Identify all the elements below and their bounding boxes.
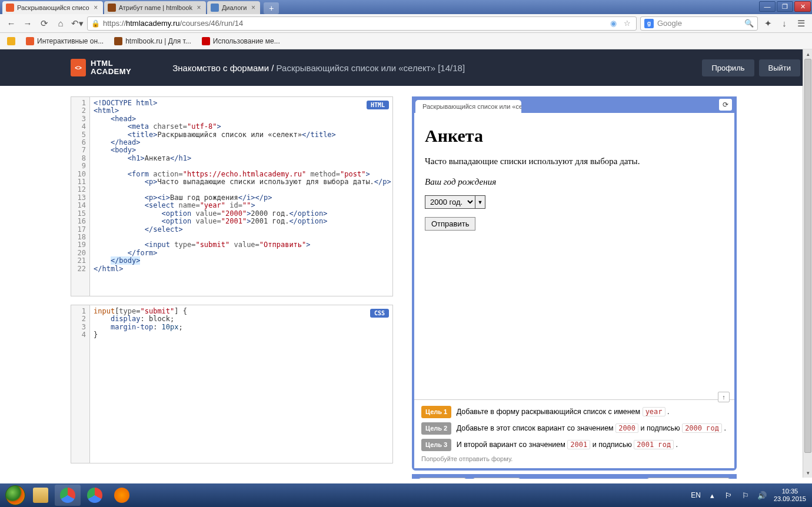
code-token: 2001 [567, 440, 590, 449]
extensions-icon[interactable]: ✦ [761, 17, 774, 30]
bookmark-label: Использование ме... [213, 37, 280, 45]
windows-icon [5, 485, 25, 505]
html-code[interactable]: <!DOCTYPE html> <html> <head> <meta char… [90, 97, 392, 296]
tray-arrow-icon[interactable]: ▴ [708, 491, 717, 500]
logo[interactable]: HTML ACADEMY [71, 59, 131, 76]
bookmark-label: htmlbook.ru | Для т... [125, 37, 191, 45]
submit-button[interactable]: Отправить [425, 217, 475, 231]
year-select[interactable]: 2000 год. ▼ [425, 195, 485, 209]
bookmark-item[interactable]: Интерактивные он... [24, 36, 106, 46]
bookmark-item[interactable]: Использование ме... [199, 36, 282, 46]
goal-row: Цель 3 И второй вариант со значением 200… [421, 439, 727, 451]
html-editor[interactable]: HTML 1 2 3 4 5 6 7 8 9 10 11 12 13 14 15… [71, 96, 393, 296]
reload-button[interactable]: ⟳ [38, 17, 51, 30]
taskbar: EN ▴ 🏳 ⚐ 🔊 10:35 23.09.2015 [0, 483, 812, 507]
scroll-up-icon[interactable]: ▴ [803, 49, 812, 59]
new-tab-button[interactable]: + [264, 2, 279, 14]
preview-paragraph: Часто выпадающие списки используют для в… [425, 156, 724, 166]
bookmark-icon [7, 37, 15, 45]
bookmark-icon [202, 37, 210, 45]
css-editor[interactable]: CSS 1 2 3 4 input[type="submit"] { displ… [71, 305, 393, 463]
goals-panel: ↑ Цель 1 Добавьте в форму раскрывающийся… [414, 399, 734, 468]
downloads-icon[interactable]: ↓ [778, 17, 791, 30]
search-icon[interactable]: 🔍 [744, 19, 754, 28]
css-code[interactable]: input[type="submit"] { display: block; m… [90, 305, 392, 463]
favicon-icon [211, 4, 219, 12]
bookmark-icon [26, 37, 34, 45]
flag-icon[interactable]: 🏳 [724, 491, 734, 500]
bookmark-item[interactable] [5, 36, 18, 46]
logo-text: HTML ACADEMY [91, 59, 131, 76]
firefox-task-icon[interactable] [109, 485, 135, 506]
code-token: 2000 [615, 423, 638, 433]
language-indicator[interactable]: EN [691, 491, 701, 499]
preview-label: Ваш год рождения [425, 177, 724, 187]
forward-button[interactable]: → [21, 17, 34, 30]
goal-badge: Цель 2 [421, 422, 451, 435]
goal-row: Цель 2 Добавьте в этот список вариант со… [421, 422, 727, 435]
close-icon[interactable]: × [249, 4, 257, 11]
start-button[interactable] [4, 483, 27, 507]
logout-button[interactable]: Выйти [759, 59, 801, 76]
page-scrollbar[interactable]: ▴ ▾ [803, 49, 812, 478]
ghostery-icon[interactable]: ◉ [608, 18, 618, 29]
chrome-task-icon-2[interactable] [82, 485, 108, 506]
scroll-down-icon[interactable]: ▾ [803, 468, 812, 478]
explorer-task-icon[interactable] [28, 485, 54, 506]
close-icon[interactable]: × [195, 4, 202, 11]
browser-tab-3[interactable]: Диалоги × [207, 1, 261, 14]
year-select-input[interactable]: 2000 год. [425, 196, 475, 208]
bookmark-item[interactable]: htmlbook.ru | Для т... [112, 36, 194, 46]
reload-preview-button[interactable]: ⟳ [719, 99, 732, 111]
code-token: year [643, 407, 665, 416]
preview-content: Анкета Часто выпадающие списки использую… [414, 113, 734, 244]
action-center-icon[interactable]: ⚐ [741, 491, 750, 500]
goal-badge: Цель 1 [421, 406, 451, 418]
line-numbers: 1 2 3 4 [71, 305, 90, 463]
bottom-action-bar [412, 474, 737, 479]
page-header: HTML ACADEMY Знакомство с формами / Раск… [0, 49, 812, 86]
goal-badge: Цель 3 [421, 439, 451, 451]
clock[interactable]: 10:35 23.09.2015 [774, 488, 806, 503]
history-dropdown[interactable]: ↶▾ [71, 17, 84, 30]
bookmark-icon [114, 37, 122, 45]
profile-button[interactable]: Профиль [702, 59, 754, 76]
search-box[interactable]: g Google 🔍 [640, 16, 758, 31]
url-bar[interactable]: 🔒 https://htmlacademy.ru/courses/46/run/… [87, 16, 637, 31]
page-body: HTML 1 2 3 4 5 6 7 8 9 10 11 12 13 14 15… [0, 86, 812, 479]
browser-tab-strip: Раскрывающийся списо × Атрибут name | ht… [0, 0, 812, 14]
window-minimize-button[interactable]: — [759, 1, 776, 12]
scrollbar-thumb[interactable] [804, 59, 811, 453]
action-button-2[interactable] [473, 478, 520, 479]
browser-tab-1[interactable]: Раскрывающийся списо × [2, 1, 103, 14]
bookmarks-bar: Интерактивные он... htmlbook.ru | Для т.… [0, 33, 812, 49]
breadcrumb: Знакомство с формами / Раскрывающийся сп… [172, 63, 690, 73]
volume-icon[interactable]: 🔊 [757, 491, 767, 500]
preview-tab[interactable]: Раскрывающийся список или «сел [415, 100, 521, 113]
logo-icon [71, 59, 86, 76]
tab-title: Атрибут name | htmlbook [119, 4, 192, 11]
search-placeholder: Google [657, 19, 682, 28]
favicon-icon [6, 4, 14, 12]
html-badge: HTML [367, 101, 389, 109]
tab-title: Диалоги [222, 4, 247, 11]
scroll-up-button[interactable]: ↑ [718, 392, 730, 402]
action-button-3[interactable] [647, 478, 730, 479]
browser-tab-2[interactable]: Атрибут name | htmlbook × [104, 1, 206, 14]
bookmark-star-icon[interactable]: ☆ [622, 18, 633, 29]
window-close-button[interactable]: ✕ [794, 1, 811, 12]
action-button-1[interactable] [419, 478, 466, 479]
back-button[interactable]: ← [5, 17, 18, 30]
line-numbers: 1 2 3 4 5 6 7 8 9 10 11 12 13 14 15 16 1… [71, 97, 90, 296]
preview-heading: Анкета [425, 126, 724, 146]
chrome-task-icon[interactable] [55, 485, 81, 506]
css-badge: CSS [370, 309, 389, 318]
menu-icon[interactable]: ☰ [794, 17, 807, 30]
window-maximize-button[interactable]: ❐ [777, 1, 793, 12]
url-text: https://htmlacademy.ru/courses/46/run/14 [103, 19, 604, 28]
favicon-icon [108, 4, 116, 12]
home-button[interactable]: ⌂ [54, 17, 67, 30]
close-icon[interactable]: × [92, 4, 99, 11]
chevron-down-icon: ▼ [475, 196, 485, 208]
goal-row: Цель 1 Добавьте в форму раскрывающийся с… [421, 406, 727, 418]
